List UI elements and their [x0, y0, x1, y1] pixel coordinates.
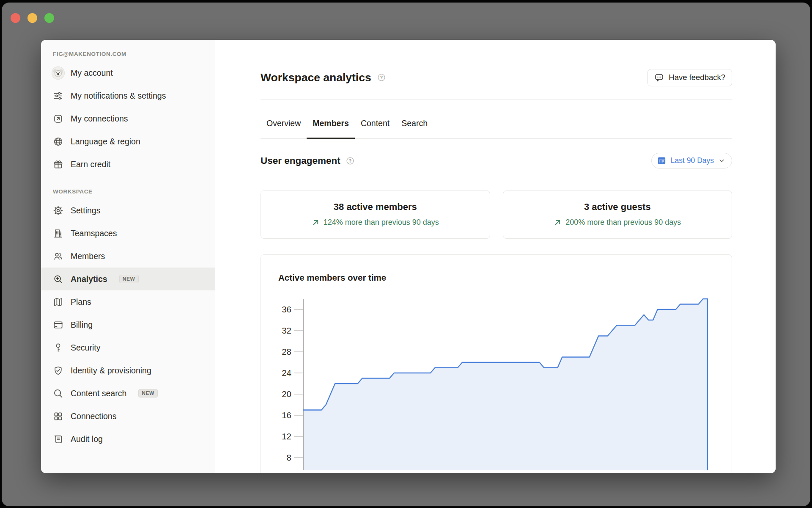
svg-text:36: 36 [282, 304, 291, 314]
user-engagement-header: User engagement ? [261, 153, 732, 168]
active-members-chart-card: Active members over time 363228242016128 [261, 254, 732, 473]
new-badge: NEW [119, 275, 139, 283]
stat-cards: 38 active members 124% more than previou… [261, 190, 732, 239]
magnifier-plus-icon [53, 274, 63, 284]
sidebar-item-security[interactable]: Security [41, 336, 215, 359]
koala-avatar-icon [52, 66, 65, 80]
calendar-icon [657, 156, 667, 166]
active-members-delta-text: 124% more than previous 90 days [324, 218, 439, 227]
tab-overview[interactable]: Overview [261, 113, 307, 139]
active-members-delta: 124% more than previous 90 days [269, 218, 481, 227]
sidebar-item-label: Audit log [71, 433, 103, 445]
sidebar-item-settings[interactable]: Settings [41, 199, 215, 222]
active-guests-delta: 200% more than previous 90 days [512, 218, 724, 227]
zoom-button[interactable] [44, 13, 54, 23]
sidebar-item-members[interactable]: Members [41, 245, 215, 268]
svg-text:?: ? [349, 158, 351, 163]
magnifier-icon [53, 388, 63, 399]
active-members-card: 38 active members 124% more than previou… [261, 190, 490, 239]
scroll-icon [53, 434, 63, 444]
sidebar-item-plans[interactable]: Plans [41, 290, 215, 313]
svg-text:?: ? [380, 75, 382, 80]
sidebar-item-label: Connections [71, 411, 116, 422]
tab-members[interactable]: Members [307, 113, 355, 139]
close-button[interactable] [11, 13, 20, 23]
gear-icon [53, 205, 63, 216]
settings-dialog: FIG@MAKENOTION.COM My account [41, 40, 776, 473]
chart-title: Active members over time [278, 273, 732, 283]
svg-text:12: 12 [282, 431, 291, 441]
sidebar-item-my-connections[interactable]: My connections [41, 107, 215, 130]
sidebar-item-content-search[interactable]: Content search NEW [41, 382, 215, 405]
minimize-button[interactable] [27, 13, 37, 23]
date-range-label: Last 90 Days [671, 156, 714, 165]
sidebar-item-teamspaces[interactable]: Teamspaces [41, 222, 215, 245]
people-icon [53, 251, 63, 262]
account-email-label: FIG@MAKENOTION.COM [41, 49, 215, 61]
help-icon[interactable]: ? [346, 156, 355, 166]
sidebar-item-my-account[interactable]: My account [41, 61, 215, 84]
svg-text:24: 24 [282, 368, 291, 378]
active-members-value: 38 active members [269, 202, 481, 213]
svg-text:8: 8 [287, 453, 291, 462]
app-window: FIG@MAKENOTION.COM My account [2, 3, 810, 506]
active-guests-value: 3 active guests [512, 202, 724, 213]
sidebar-item-label: My notifications & settings [71, 90, 166, 102]
active-guests-card: 3 active guests 200% more than previous … [503, 190, 732, 239]
sidebar-item-label: My account [71, 67, 113, 79]
analytics-tabs: Overview Members Content Search [261, 113, 732, 139]
sidebar-item-label: Security [71, 342, 100, 353]
analytics-main-panel: Workspace analytics ? [215, 40, 776, 473]
sidebar-item-label: Identity & provisioning [71, 365, 151, 376]
have-feedback-button[interactable]: Have feedback? [647, 69, 732, 86]
sidebar-item-language-region[interactable]: Language & region [41, 130, 215, 153]
map-icon [53, 297, 63, 307]
page-title-text: Workspace analytics [261, 71, 371, 84]
new-badge: NEW [138, 389, 158, 398]
sidebar-item-label: Settings [71, 205, 100, 216]
chat-bubble-icon [654, 73, 664, 83]
user-engagement-title: User engagement ? [261, 155, 355, 166]
screen: FIG@MAKENOTION.COM My account [0, 0, 812, 508]
header-divider [261, 99, 732, 99]
chart-area-fill [303, 299, 708, 470]
trend-up-icon [554, 218, 562, 226]
tab-content[interactable]: Content [355, 113, 395, 139]
svg-text:16: 16 [282, 410, 291, 420]
sidebar-item-billing[interactable]: Billing [41, 313, 215, 336]
trend-up-icon [312, 218, 320, 226]
help-icon[interactable]: ? [377, 73, 386, 82]
svg-text:28: 28 [282, 347, 291, 356]
gift-icon [53, 159, 63, 170]
tab-search[interactable]: Search [395, 113, 433, 139]
sidebar-item-label: Language & region [71, 136, 140, 147]
chevron-down-icon [718, 157, 725, 164]
sidebar-item-identity-provisioning[interactable]: Identity & provisioning [41, 359, 215, 382]
globe-icon [53, 136, 63, 147]
sidebar-item-analytics[interactable]: Analytics NEW [41, 268, 215, 290]
user-engagement-title-text: User engagement [261, 155, 340, 166]
arrow-up-right-box-icon [53, 113, 63, 124]
sidebar-item-label: Plans [71, 296, 91, 308]
svg-text:32: 32 [282, 326, 291, 335]
sliders-icon [53, 91, 63, 101]
date-range-dropdown[interactable]: Last 90 Days [651, 153, 732, 168]
window-controls [11, 13, 54, 23]
sidebar-item-my-notifications-settings[interactable]: My notifications & settings [41, 84, 215, 107]
sidebar-item-audit-log[interactable]: Audit log [41, 428, 215, 450]
page-title: Workspace analytics ? [261, 71, 386, 84]
workspace-section-label: WORKSPACE [41, 176, 215, 199]
have-feedback-label: Have feedback? [669, 73, 725, 82]
sidebar-item-label: Members [71, 251, 105, 262]
sidebar-item-label: Analytics [71, 273, 107, 285]
active-guests-delta-text: 200% more than previous 90 days [565, 218, 681, 227]
shield-check-icon [53, 365, 63, 376]
sidebar-item-label: My connections [71, 113, 128, 124]
sidebar-item-earn-credit[interactable]: Earn credit [41, 153, 215, 176]
sidebar-item-label: Billing [71, 319, 93, 331]
sidebar-item-connections[interactable]: Connections [41, 405, 215, 428]
chart-y-axis: 363228242016128 [282, 299, 303, 470]
sidebar-item-label: Teamspaces [71, 228, 117, 239]
grid-squares-icon [53, 411, 63, 422]
sidebar-item-label: Earn credit [71, 159, 110, 170]
